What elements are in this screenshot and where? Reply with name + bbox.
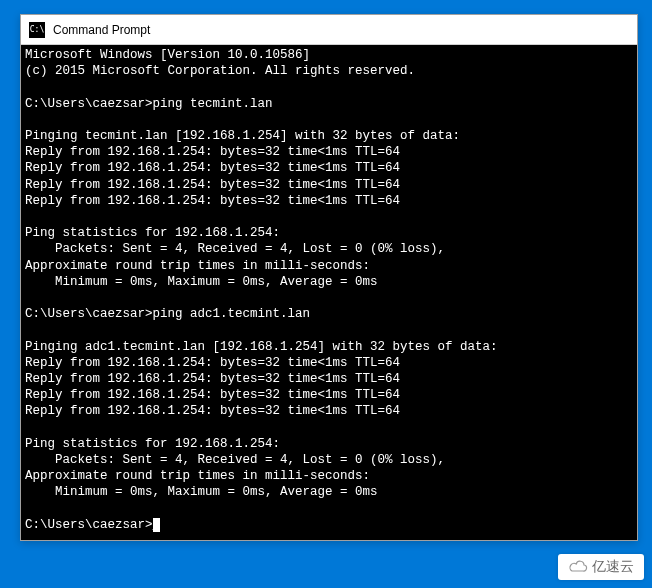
watermark-text: 亿速云 (592, 558, 634, 576)
command-prompt-window: C:\ Command Prompt Microsoft Windows [Ve… (20, 14, 638, 541)
cursor: _ (153, 518, 161, 532)
terminal-text: Microsoft Windows [Version 10.0.10586] (… (25, 48, 498, 532)
titlebar[interactable]: C:\ Command Prompt (21, 15, 637, 45)
cloud-icon (568, 559, 588, 576)
terminal-output[interactable]: Microsoft Windows [Version 10.0.10586] (… (21, 45, 637, 540)
watermark: 亿速云 (558, 554, 644, 580)
window-title: Command Prompt (53, 23, 150, 37)
cmd-icon: C:\ (29, 22, 45, 38)
